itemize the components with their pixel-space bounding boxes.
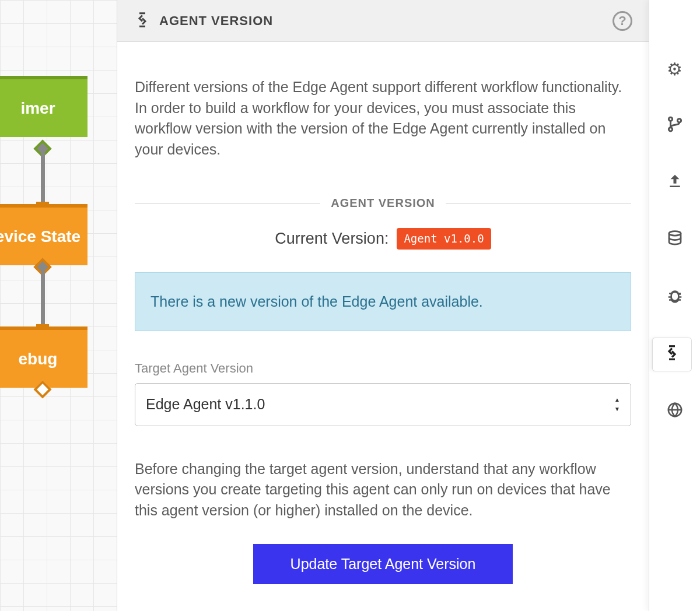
target-version-value: Edge Agent v1.1.0 [146, 394, 265, 415]
globe-icon [666, 401, 684, 423]
globe-button[interactable] [659, 395, 691, 428]
current-version-badge: Agent v1.0.0 [397, 228, 491, 250]
database-icon [666, 230, 684, 251]
svg-point-3 [669, 231, 681, 236]
connector-line [41, 149, 45, 207]
current-version-label: Current Version: [275, 227, 388, 250]
debug-button[interactable] [659, 281, 691, 314]
agent-version-tab[interactable] [653, 338, 691, 371]
settings-button[interactable] [659, 52, 691, 85]
workflow-canvas[interactable]: imer evice State ebug [0, 0, 117, 611]
update-target-version-button[interactable]: Update Target Agent Version [253, 544, 513, 584]
panel-title: AGENT VERSION [159, 13, 273, 29]
node-timer[interactable]: imer [0, 76, 88, 137]
upload-button[interactable] [659, 167, 691, 199]
new-version-alert: There is a new version of the Edge Agent… [135, 272, 631, 332]
branch-icon [666, 115, 684, 137]
panel-body: Different versions of the Edge Agent sup… [117, 42, 649, 608]
right-toolbar [649, 0, 700, 611]
panel-header: AGENT VERSION ? [117, 0, 649, 42]
agent-version-icon [663, 344, 681, 366]
node-timer-label: imer [20, 99, 55, 118]
section-divider: AGENT VERSION [135, 195, 631, 211]
branch-button[interactable] [659, 110, 691, 142]
agent-version-panel: AGENT VERSION ? Different versions of th… [117, 0, 649, 611]
connector-line [41, 265, 45, 326]
alert-text: There is a new version of the Edge Agent… [150, 293, 483, 310]
bug-icon [666, 287, 684, 308]
target-version-note: Before changing the target agent version… [135, 459, 631, 521]
node-debug[interactable]: ebug [0, 326, 88, 388]
upload-icon [666, 173, 684, 194]
intro-text: Different versions of the Edge Agent sup… [135, 77, 631, 160]
help-button[interactable]: ? [612, 11, 632, 31]
current-version-row: Current Version: Agent v1.0.0 [135, 227, 631, 250]
svg-point-2 [677, 118, 681, 122]
chevron-updown-icon [614, 396, 620, 413]
node-state-label: evice State [0, 227, 80, 246]
section-label: AGENT VERSION [331, 195, 435, 211]
storage-button[interactable] [659, 224, 691, 257]
node-device-state[interactable]: evice State [0, 204, 88, 265]
svg-point-1 [668, 127, 672, 131]
node-debug-label: ebug [19, 350, 58, 368]
target-version-select[interactable]: Edge Agent v1.1.0 [135, 383, 631, 426]
agent-version-icon [134, 11, 151, 31]
target-version-label: Target Agent Version [135, 359, 631, 377]
svg-point-0 [668, 117, 672, 121]
